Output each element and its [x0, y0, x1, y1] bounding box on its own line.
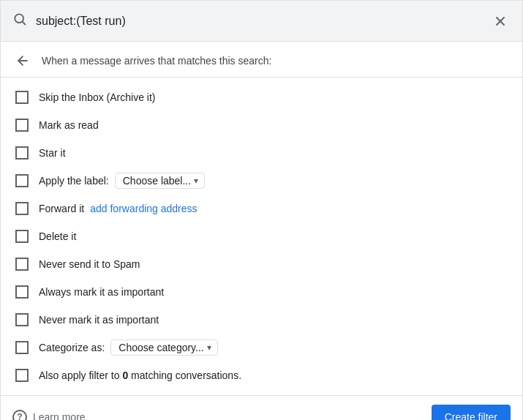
option-mark-as-read: Mark as read: [1, 111, 522, 139]
category-dropdown-arrow: ▾: [207, 342, 211, 353]
label-categorize-as: Categorize as:: [39, 342, 105, 353]
footer: ? Learn more Create filter: [1, 395, 522, 420]
search-query-text: subject:(Test run): [36, 15, 490, 28]
checkbox-skip-inbox[interactable]: [15, 91, 29, 104]
label-forward-it: Forward it: [39, 203, 84, 214]
search-icon: [12, 12, 27, 30]
checkbox-star-it[interactable]: [15, 146, 29, 160]
learn-more-wrap[interactable]: ? Learn more: [12, 410, 86, 420]
checkbox-also-apply[interactable]: [15, 369, 29, 382]
label-mark-as-read: Mark as read: [39, 119, 99, 131]
label-never-important: Never mark it as important: [39, 314, 159, 326]
label-delete-it: Delete it: [39, 230, 76, 242]
also-apply-text-before: Also apply filter to: [39, 370, 122, 381]
checkbox-apply-label[interactable]: [15, 174, 29, 187]
option-never-important: Never mark it as important: [1, 306, 522, 334]
checkbox-mark-as-read[interactable]: [15, 119, 29, 132]
option-skip-inbox: Skip the Inbox (Archive it): [1, 83, 522, 111]
label-dropdown-arrow: ▾: [194, 176, 198, 186]
subtitle-text: When a message arrives that matches this…: [42, 55, 271, 67]
label-star-it: Star it: [39, 147, 66, 159]
label-dropdown-text: Choose label...: [123, 175, 191, 187]
category-dropdown-text: Choose category...: [118, 342, 203, 353]
checkbox-never-important[interactable]: [15, 313, 29, 326]
close-button[interactable]: [490, 11, 511, 31]
checkbox-delete-it[interactable]: [15, 230, 29, 243]
label-also-apply: Also apply filter to 0 matching conversa…: [39, 370, 241, 381]
option-apply-label: Apply the label: Choose label... ▾: [1, 167, 522, 195]
learn-more-text: Learn more: [33, 411, 86, 420]
option-also-apply: Also apply filter to 0 matching conversa…: [1, 361, 522, 389]
label-never-spam: Never send it to Spam: [39, 258, 140, 270]
checkbox-always-important[interactable]: [15, 285, 29, 299]
checkbox-never-spam[interactable]: [15, 258, 29, 271]
also-apply-text-after: matching conversations.: [128, 370, 241, 381]
back-button[interactable]: [12, 52, 33, 70]
search-bar: subject:(Test run): [1, 1, 522, 42]
category-dropdown[interactable]: Choose category... ▾: [110, 340, 217, 356]
svg-line-1: [23, 22, 26, 25]
label-always-important: Always mark it as important: [39, 286, 164, 298]
option-always-important: Always mark it as important: [1, 278, 522, 306]
option-star-it: Star it: [1, 139, 522, 167]
option-delete-it: Delete it: [1, 222, 522, 250]
option-forward-it: Forward it add forwarding address: [1, 195, 522, 222]
add-forwarding-address-link[interactable]: add forwarding address: [90, 203, 197, 214]
label-dropdown[interactable]: Choose label... ▾: [115, 173, 205, 189]
option-categorize-as: Categorize as: Choose category... ▾: [1, 334, 522, 361]
filter-dialog: subject:(Test run) When a message arrive…: [0, 0, 523, 420]
create-filter-button[interactable]: Create filter: [432, 405, 511, 420]
checkbox-forward-it[interactable]: [15, 202, 29, 215]
checkbox-categorize-as[interactable]: [15, 341, 29, 354]
help-icon: ?: [12, 410, 27, 420]
option-never-spam: Never send it to Spam: [1, 250, 522, 278]
subtitle-row: When a message arrives that matches this…: [1, 42, 522, 78]
options-list: Skip the Inbox (Archive it) Mark as read…: [1, 78, 522, 395]
label-apply-label: Apply the label:: [39, 175, 109, 187]
label-skip-inbox: Skip the Inbox (Archive it): [39, 91, 156, 103]
